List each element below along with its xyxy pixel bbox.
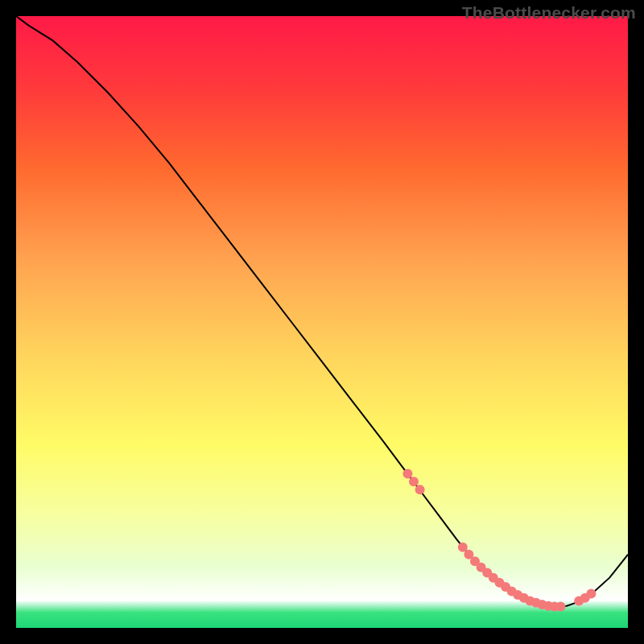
marker-dot xyxy=(402,469,412,478)
bottleneck-chart xyxy=(16,16,628,628)
marker-dot xyxy=(555,601,565,611)
chart-frame: TheBottlenecker.com xyxy=(0,0,644,644)
marker-dot xyxy=(415,485,425,494)
chart-background xyxy=(16,16,628,628)
marker-dot xyxy=(586,588,596,598)
marker-dot xyxy=(409,477,419,486)
watermark-text: TheBottlenecker.com xyxy=(462,3,636,23)
